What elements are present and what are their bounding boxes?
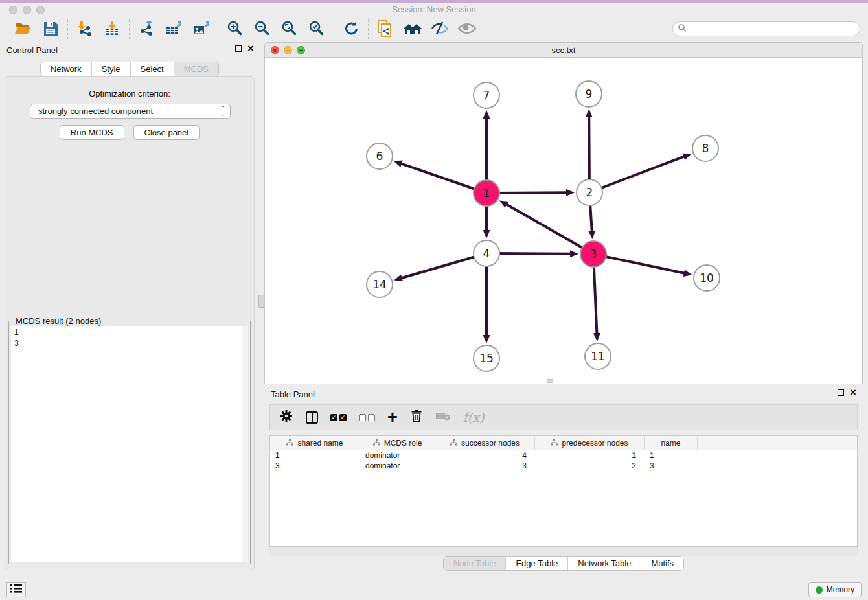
graph-node-15[interactable]: 15 [473, 345, 500, 372]
zoom-in-button[interactable] [226, 21, 244, 39]
table-row[interactable]: 1dominator411 [270, 450, 857, 461]
function-builder-button[interactable]: f(x) [463, 410, 485, 424]
column-header-predecessor-nodes[interactable]: predecessor nodes [535, 436, 645, 450]
column-header-MCDS-role[interactable]: MCDS role [360, 436, 435, 450]
table-panel: Table Panel × ✓✓ + f(x) shared nameMCDS … [264, 386, 863, 575]
tab-network-table[interactable]: Network Table [567, 557, 641, 570]
memory-status-icon [816, 586, 823, 594]
graph-node-14[interactable]: 14 [366, 271, 393, 298]
memory-button[interactable]: Memory [808, 582, 862, 597]
graph-node-6[interactable]: 6 [366, 143, 393, 170]
table-cell[interactable]: 4 [435, 450, 535, 461]
graph-arrowhead [588, 231, 595, 239]
zoom-out-button[interactable] [253, 21, 271, 39]
canvas-resize-handle[interactable] [547, 379, 553, 383]
home-button[interactable] [404, 21, 422, 39]
table-cell[interactable]: 1 [535, 450, 645, 461]
export-table-button[interactable] [165, 21, 183, 39]
apply-style-button[interactable] [342, 21, 360, 39]
eye-slash-icon [431, 21, 449, 39]
column-header-successor-nodes[interactable]: successor nodes [435, 436, 535, 450]
close-panel-button[interactable]: Close panel [133, 125, 200, 140]
graph-edge-3-10[interactable] [593, 254, 685, 273]
titlebar: Session: New Session [0, 3, 868, 18]
search-icon [678, 23, 687, 35]
zoom-fit-button[interactable] [280, 21, 299, 39]
table-cell[interactable]: 3 [435, 461, 535, 471]
tab-style[interactable]: Style [91, 62, 130, 76]
table-cell[interactable]: 3 [270, 461, 360, 471]
import-table-button[interactable] [103, 21, 121, 39]
optimization-criterion-select[interactable]: strongly connected component ⌃⌄ [30, 104, 231, 119]
graph-node-2[interactable]: 2 [576, 179, 603, 206]
network-canvas[interactable]: 7968124314101511 [265, 58, 862, 384]
close-table-panel-icon[interactable]: × [850, 388, 856, 397]
show-columns-button[interactable] [306, 411, 318, 424]
zoom-out-icon [254, 20, 271, 40]
graph-arrowhead [394, 161, 403, 167]
float-table-panel-icon[interactable] [838, 389, 844, 396]
table-cell[interactable]: 1 [270, 450, 360, 461]
zoom-selected-icon [308, 20, 325, 40]
network-window-title: scc.txt [265, 45, 862, 55]
tab-motifs[interactable]: Motifs [641, 557, 683, 570]
table-cell[interactable]: 1 [645, 450, 698, 461]
table-cell[interactable]: 3 [645, 461, 698, 471]
tab-node-table[interactable]: Node Table [444, 557, 506, 570]
graph-node-9[interactable]: 9 [575, 80, 602, 108]
delete-column-button[interactable] [410, 409, 423, 426]
graph-arrowhead [483, 230, 490, 238]
graph-node-4[interactable]: 4 [473, 240, 500, 267]
graph-node-7[interactable]: 7 [473, 82, 500, 109]
graph-arrowhead [683, 270, 692, 277]
export-network-button[interactable] [137, 21, 155, 39]
graph-node-11[interactable]: 11 [584, 343, 611, 370]
refresh-icon [343, 21, 360, 39]
close-panel-icon[interactable]: × [247, 44, 254, 53]
save-session-button[interactable] [41, 21, 60, 39]
export-image-button[interactable] [192, 21, 210, 39]
result-scrollbar[interactable] [242, 326, 248, 562]
tab-select[interactable]: Select [130, 62, 174, 76]
fx-icon: f(x) [463, 410, 485, 424]
run-mcds-button[interactable]: Run MCDS [60, 125, 124, 140]
tab-network[interactable]: Network [41, 62, 91, 76]
graph-edge-3-1[interactable] [506, 204, 593, 254]
table-cell[interactable]: 2 [535, 461, 645, 471]
mcds-result-title: MCDS result (2 nodes) [14, 316, 103, 326]
network-view-window: × − + scc.txt 7968124314101511 [264, 42, 863, 384]
mcds-result-text[interactable]: 1 3 [11, 326, 242, 562]
network-window-titlebar[interactable]: × − + scc.txt [265, 43, 862, 58]
task-history-button[interactable] [6, 582, 26, 597]
delete-table-icon [435, 411, 451, 424]
table-row[interactable]: 3dominator323 [270, 461, 857, 471]
tab-mcds[interactable]: MCDS [174, 62, 218, 76]
export-network-icon [139, 21, 154, 39]
table-panel-title: Table Panel [271, 389, 315, 399]
show-hide-button[interactable] [458, 21, 476, 39]
table-cell[interactable]: dominator [360, 461, 435, 471]
open-session-button[interactable] [14, 21, 32, 39]
network-from-file-button[interactable] [376, 21, 394, 39]
delete-table-button[interactable] [435, 411, 451, 424]
graph-node-10[interactable]: 10 [693, 264, 720, 292]
graph-edge-2-8[interactable] [589, 156, 685, 192]
graph-node-1[interactable]: 1 [473, 179, 500, 207]
column-header-name[interactable]: name [645, 436, 698, 450]
tab-edge-table[interactable]: Edge Table [505, 557, 567, 570]
network-file-icon [377, 20, 394, 40]
graph-node-3[interactable]: 3 [580, 240, 607, 268]
select-all-columns-button[interactable]: ✓✓ [330, 414, 347, 421]
search-input[interactable] [672, 21, 860, 36]
column-header-shared-name[interactable]: shared name [270, 436, 360, 450]
create-column-button[interactable]: + [387, 411, 398, 424]
table-bottom-strip [269, 547, 858, 556]
deselect-all-columns-button[interactable] [359, 414, 375, 421]
graph-node-8[interactable]: 8 [692, 135, 719, 162]
zoom-selected-button[interactable] [308, 21, 326, 39]
import-network-button[interactable] [76, 21, 94, 39]
float-panel-icon[interactable] [235, 45, 242, 52]
table-cell[interactable]: dominator [360, 450, 435, 461]
hide-glyphs-button[interactable] [431, 21, 449, 39]
table-settings-button[interactable] [279, 409, 293, 426]
